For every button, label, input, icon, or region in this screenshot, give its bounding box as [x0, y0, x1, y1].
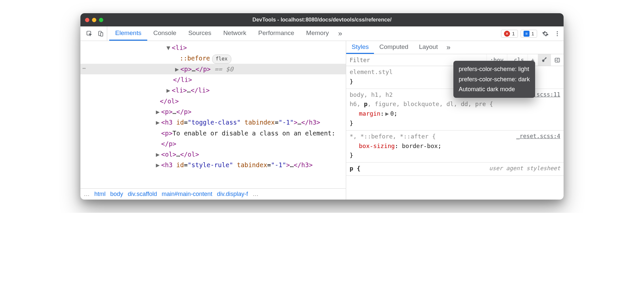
css-property[interactable]: margin:▶0;: [349, 109, 560, 119]
dom-row[interactable]: ::beforeflex: [80, 53, 346, 64]
toolbar-left: [83, 26, 107, 41]
breadcrumb: … html body div.scaffold main#main-conte…: [80, 188, 346, 200]
dom-row[interactable]: ▼<li>: [80, 42, 346, 53]
tab-label: Computed: [379, 43, 408, 51]
dom-row[interactable]: </ol>: [80, 96, 346, 106]
tab-label: Performance: [258, 29, 294, 37]
minimize-window-button[interactable]: [92, 18, 96, 22]
tab-sources[interactable]: Sources: [182, 26, 217, 41]
popup-option[interactable]: Automatic dark mode: [459, 84, 530, 94]
caret-icon[interactable]: ▶: [156, 117, 161, 128]
settings-icon[interactable]: [542, 30, 549, 37]
tab-performance[interactable]: Performance: [252, 26, 300, 41]
rule-block[interactable]: user agent stylesheet p {: [346, 163, 564, 176]
message-icon: ≡: [524, 31, 529, 37]
close-window-button[interactable]: [85, 18, 89, 22]
dollar-zero: == $0: [211, 65, 234, 73]
tab-computed[interactable]: Computed: [374, 41, 414, 54]
tab-elements[interactable]: Elements: [109, 26, 147, 41]
dom-row[interactable]: ▶<li>…</li>: [80, 85, 346, 95]
popup-option[interactable]: prefers-color-scheme: light: [459, 64, 530, 74]
dom-row[interactable]: ▶<h3 id="style-rule" tabindex="-1">…</h3…: [80, 160, 346, 170]
color-scheme-popup: prefers-color-scheme: light prefers-colo…: [453, 61, 535, 98]
dom-row[interactable]: ▶<p>…</p>: [80, 106, 346, 117]
tab-label: Elements: [115, 29, 141, 37]
svg-rect-2: [101, 32, 103, 36]
tab-label: Network: [223, 29, 247, 37]
css-property[interactable]: box-sizing: border-box;: [349, 141, 560, 151]
tab-console[interactable]: Console: [147, 26, 182, 41]
rendering-emulation-button[interactable]: [538, 54, 551, 66]
tab-label: Memory: [306, 29, 329, 37]
svg-point-4: [557, 33, 558, 34]
caret-icon[interactable]: ▶: [156, 149, 161, 160]
source-link[interactable]: .scss:11: [533, 90, 560, 99]
brace: }: [349, 119, 560, 128]
caret-icon[interactable]: ▶: [175, 64, 180, 74]
errors-count: 1: [512, 31, 515, 36]
caret-icon[interactable]: ▶: [156, 106, 161, 117]
more-tabs-icon[interactable]: »: [335, 26, 345, 41]
caret-icon[interactable]: ▶: [156, 160, 161, 170]
inspect-element-icon[interactable]: [86, 30, 93, 37]
toggle-sidebar-icon[interactable]: [551, 54, 564, 66]
content-area: ▼<li> ::beforeflex ▶<p>…</p> == $0 </li>…: [80, 41, 564, 200]
styles-panel: Styles Computed Layout » :hov .cls +: [346, 41, 564, 200]
tab-memory[interactable]: Memory: [300, 26, 335, 41]
errors-badge[interactable]: ✕ 1: [501, 30, 518, 38]
caret-icon[interactable]: ▼: [166, 42, 171, 53]
messages-count: 1: [531, 31, 534, 36]
dom-row[interactable]: ▶<ol>…</ol>: [80, 149, 346, 160]
window-title: DevTools - localhost:8080/docs/devtools/…: [80, 17, 564, 23]
tab-layout[interactable]: Layout: [414, 41, 443, 54]
tab-label: Styles: [351, 43, 369, 51]
more-tabs-icon[interactable]: »: [443, 41, 454, 54]
tab-label: Sources: [188, 29, 211, 37]
tab-label: Layout: [419, 43, 438, 51]
user-agent-label: user agent stylesheet: [489, 164, 560, 173]
kebab-menu-icon[interactable]: [554, 30, 561, 37]
caret-icon[interactable]: ▶: [166, 85, 171, 95]
expand-icon[interactable]: ▶: [385, 110, 389, 117]
breadcrumb-item[interactable]: main#main-content: [161, 191, 212, 198]
flex-badge[interactable]: flex: [212, 55, 231, 64]
zoom-window-button[interactable]: [99, 18, 103, 22]
breadcrumb-item[interactable]: html: [94, 191, 106, 198]
breadcrumb-item[interactable]: body: [110, 191, 123, 198]
toolbar-right: ✕ 1 ≡ 1: [498, 26, 561, 41]
rule-block[interactable]: _reset.scss:4 *, *::before, *::after { b…: [346, 131, 564, 163]
tab-styles[interactable]: Styles: [346, 41, 374, 54]
elements-panel: ▼<li> ::beforeflex ▶<p>…</p> == $0 </li>…: [80, 41, 346, 200]
brace: }: [349, 151, 560, 160]
devtools-window: DevTools - localhost:8080/docs/devtools/…: [80, 13, 564, 200]
main-toolbar: Elements Console Sources Network Perform…: [80, 26, 564, 41]
titlebar: DevTools - localhost:8080/docs/devtools/…: [80, 13, 564, 26]
svg-point-3: [557, 31, 558, 32]
popup-option[interactable]: prefers-color-scheme: dark: [459, 74, 530, 85]
breadcrumb-ellipsis[interactable]: …: [84, 191, 90, 198]
paintbrush-icon: [541, 57, 547, 64]
error-icon: ✕: [504, 31, 510, 37]
device-toggle-icon[interactable]: [97, 30, 104, 37]
messages-badge[interactable]: ≡ 1: [521, 30, 537, 38]
styles-tabs: Styles Computed Layout »: [346, 41, 564, 54]
dom-row[interactable]: <p>To enable or disable a class on an el…: [80, 128, 346, 149]
tab-network[interactable]: Network: [217, 26, 253, 41]
breadcrumb-item[interactable]: div.display-f: [217, 191, 248, 198]
dom-row[interactable]: ▶<h3 id="toggle-class" tabindex="-1">…</…: [80, 117, 346, 128]
dom-row[interactable]: </li>: [80, 74, 346, 85]
window-controls: [85, 18, 103, 22]
tab-label: Console: [153, 29, 176, 37]
svg-point-5: [557, 35, 558, 36]
dom-row-selected[interactable]: ▶<p>…</p> == $0: [80, 64, 346, 74]
panel-tabs: Elements Console Sources Network Perform…: [109, 26, 498, 41]
source-link[interactable]: _reset.scss:4: [516, 132, 560, 141]
breadcrumb-ellipsis[interactable]: …: [253, 191, 258, 198]
dom-tree[interactable]: ▼<li> ::beforeflex ▶<p>…</p> == $0 </li>…: [80, 41, 346, 188]
breadcrumb-item[interactable]: div.scaffold: [128, 191, 157, 198]
